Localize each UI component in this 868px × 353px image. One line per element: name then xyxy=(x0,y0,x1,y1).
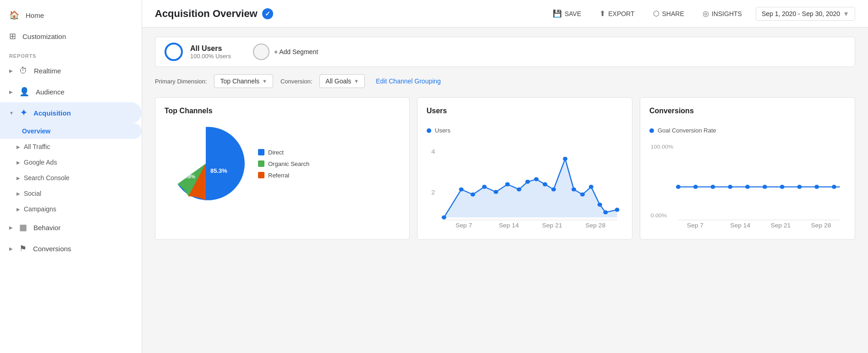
acquisition-icon: ✦ xyxy=(20,108,27,118)
controls-row: Primary Dimension: Top Channels ▼ Conver… xyxy=(155,74,855,88)
sidebar-sub-overview[interactable]: Overview xyxy=(0,123,142,139)
edit-channel-grouping-link[interactable]: Edit Channel Grouping xyxy=(376,77,441,85)
svg-point-19 xyxy=(589,185,593,189)
svg-text:4: 4 xyxy=(431,148,435,155)
sidebar-item-behavior[interactable]: ▶ ▦ Behavior xyxy=(0,217,142,238)
svg-point-31 xyxy=(693,185,698,189)
svg-point-5 xyxy=(441,215,446,220)
svg-point-33 xyxy=(728,185,732,189)
pie-svg: 8.8% 85.3% xyxy=(165,122,247,205)
all-goals-label: All Goals xyxy=(325,77,351,85)
svg-point-10 xyxy=(505,182,510,187)
campaigns-label: Campaigns xyxy=(24,205,56,213)
date-range-text: Sep 1, 2020 - Sep 30, 2020 xyxy=(762,10,840,17)
conversions-icon: ⚑ xyxy=(19,243,27,254)
sidebar-sub-search-console[interactable]: ▶ Search Console xyxy=(0,170,142,186)
all-goals-dropdown[interactable]: All Goals ▼ xyxy=(319,74,365,88)
charts-row: Top Channels xyxy=(155,97,855,240)
export-button[interactable]: ⬆ EXPORT xyxy=(595,6,639,21)
svg-text:Sep 28: Sep 28 xyxy=(585,222,605,229)
top-channels-chart-title: Top Channels xyxy=(165,107,400,115)
users-panel: Users Users 4 2 xyxy=(417,97,632,240)
chevron-right-icon: ▶ xyxy=(9,89,13,94)
acquisition-label: Acquisition xyxy=(33,109,71,117)
page-title: Acquisition Overview xyxy=(155,8,258,20)
svg-point-22 xyxy=(615,208,619,212)
dropdown-arrow-icon2: ▼ xyxy=(354,78,359,84)
svg-point-9 xyxy=(494,190,498,194)
svg-text:Sep 7: Sep 7 xyxy=(456,222,472,229)
svg-point-18 xyxy=(580,193,585,197)
svg-text:0.00%: 0.00% xyxy=(650,213,667,219)
svg-point-38 xyxy=(814,185,819,189)
direct-label: Direct xyxy=(268,149,284,156)
legend-item-direct: Direct xyxy=(258,149,309,156)
svg-point-14 xyxy=(543,182,547,187)
chevron-right-icon: ▶ xyxy=(16,176,20,181)
svg-point-37 xyxy=(797,185,802,189)
svg-point-20 xyxy=(597,203,602,207)
sidebar-item-customization[interactable]: ⊞ Customization xyxy=(0,26,142,47)
users-legend: Users xyxy=(427,127,623,134)
all-users-segment-circle xyxy=(165,43,183,61)
top-channels-panel: Top Channels xyxy=(155,97,410,240)
sidebar-sub-campaigns[interactable]: ▶ Campaigns xyxy=(0,201,142,217)
segment-bar: All Users 100.00% Users + Add Segment xyxy=(155,37,855,67)
insights-button[interactable]: ◎ INSIGHTS xyxy=(698,6,747,21)
overview-label: Overview xyxy=(22,127,50,135)
add-segment-text: + Add Segment xyxy=(274,48,318,55)
svg-point-8 xyxy=(482,185,487,189)
svg-point-6 xyxy=(459,188,463,192)
share-icon: ⬡ xyxy=(653,9,659,18)
sidebar-sub-all-traffic[interactable]: ▶ All Traffic xyxy=(0,139,142,154)
social-label: Social xyxy=(24,190,41,197)
export-icon: ⬆ xyxy=(599,9,605,18)
realtime-icon: ⏱ xyxy=(19,66,27,76)
conversions-svg: 100.00% 0.00% xyxy=(649,138,846,230)
page-title-area: Acquisition Overview ✓ xyxy=(155,8,273,20)
sidebar-item-home[interactable]: 🏠 Home xyxy=(0,5,142,26)
insights-icon: ◎ xyxy=(703,9,709,18)
pie-section: 8.8% 85.3% Direct Organic Search xyxy=(165,122,400,205)
dropdown-icon: ▼ xyxy=(843,10,849,17)
save-button[interactable]: 💾 SAVE xyxy=(548,6,586,21)
legend-item-referral: Referral xyxy=(258,172,309,179)
chevron-right-icon: ▶ xyxy=(16,144,20,149)
sidebar-item-conversions[interactable]: ▶ ⚑ Conversions xyxy=(0,238,142,259)
behavior-icon: ▦ xyxy=(19,222,27,232)
conversion-label: Conversion: xyxy=(280,78,312,85)
segment-name: All Users xyxy=(190,44,231,53)
date-range-picker[interactable]: Sep 1, 2020 - Sep 30, 2020 ▼ xyxy=(756,7,855,21)
svg-text:Sep 21: Sep 21 xyxy=(542,222,562,229)
topbar: Acquisition Overview ✓ 💾 SAVE ⬆ EXPORT ⬡… xyxy=(142,0,868,28)
svg-text:2: 2 xyxy=(431,189,435,196)
sidebar-sub-google-ads[interactable]: ▶ Google Ads xyxy=(0,154,142,170)
sidebar-item-acquisition[interactable]: ▼ ✦ Acquisition xyxy=(0,102,142,123)
save-icon: 💾 xyxy=(553,9,562,18)
sidebar-sub-social[interactable]: ▶ Social xyxy=(0,186,142,201)
realtime-label: Realtime xyxy=(34,67,61,75)
topbar-actions: 💾 SAVE ⬆ EXPORT ⬡ SHARE ◎ INSIGHTS Sep 1… xyxy=(548,6,855,21)
chevron-right-icon: ▶ xyxy=(9,225,13,230)
svg-point-32 xyxy=(710,185,715,189)
top-channels-dropdown[interactable]: Top Channels ▼ xyxy=(214,74,273,88)
add-segment-area[interactable]: + Add Segment xyxy=(253,44,318,60)
chevron-right-icon: ▶ xyxy=(9,68,13,73)
pie-chart: 8.8% 85.3% xyxy=(165,122,247,205)
add-segment-circle xyxy=(253,44,269,60)
sidebar-item-realtime[interactable]: ▶ ⏱ Realtime xyxy=(0,61,142,81)
svg-text:Sep 28: Sep 28 xyxy=(811,222,831,229)
conversions-chart-title: Conversions xyxy=(649,107,694,115)
chevron-right-icon: ▶ xyxy=(16,207,20,212)
home-icon: 🏠 xyxy=(9,10,19,20)
svg-point-13 xyxy=(534,177,538,181)
sidebar-item-audience[interactable]: ▶ 👤 Audience xyxy=(0,81,142,102)
referral-label: Referral xyxy=(268,172,289,179)
audience-icon: 👤 xyxy=(19,87,29,97)
svg-point-21 xyxy=(603,210,608,215)
conversions-chart-area: 100.00% 0.00% xyxy=(649,138,846,230)
share-button[interactable]: ⬡ SHARE xyxy=(648,6,689,21)
segment-sub: 100.00% Users xyxy=(190,53,231,60)
svg-text:Sep 7: Sep 7 xyxy=(687,222,703,229)
svg-point-15 xyxy=(551,188,556,192)
